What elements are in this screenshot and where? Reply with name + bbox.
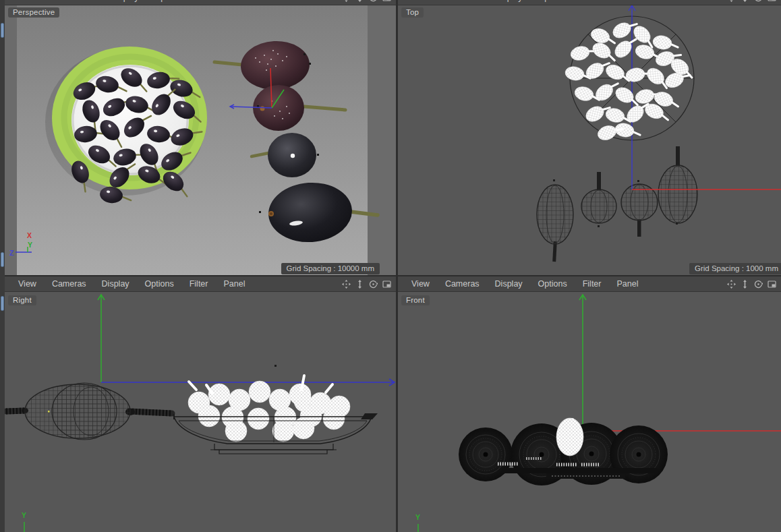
rotate-icon[interactable] [753, 0, 763, 2]
menu-items: ViewCamerasDisplayOptionsFilterPanel [18, 279, 245, 289]
menubar-row: ViewCamerasDisplayOptionsFilterPanel [5, 276, 396, 292]
viewport-label: Perspective [8, 7, 59, 18]
viewport-right[interactable]: Y ViewCamerasDisplayOptionsFilterPanel R… [5, 275, 396, 532]
menu-item-cameras[interactable]: Cameras [445, 0, 480, 2]
grid-spacing-readout: Grid Spacing : 10000 mm [281, 263, 380, 274]
menu-icons [726, 0, 778, 2]
palette-tab[interactable] [1, 23, 4, 38]
grid-spacing-readout: Grid Spacing : 1000 mm [689, 263, 781, 274]
toggle-layout-icon[interactable] [767, 279, 776, 289]
menu-items: ViewCamerasDisplayOptionsFilterPanel [411, 0, 638, 2]
viewport-front[interactable]: Y ViewCamerasDisplayOptionsFilterPanel F… [398, 275, 781, 532]
toggle-layout-icon[interactable] [767, 0, 776, 2]
menu-item-cameras[interactable]: Cameras [52, 279, 86, 289]
menu-item-display[interactable]: Display [111, 0, 139, 2]
viewport-splitter-vertical[interactable] [396, 0, 398, 532]
menu-icons [726, 279, 778, 289]
menu-item-view[interactable]: View [18, 279, 36, 289]
selected-olive-front [556, 418, 583, 456]
axis-y-label: Y [22, 511, 26, 519]
viewport-label: Top [401, 7, 424, 18]
perspective-canvas[interactable]: X Y Z [5, 0, 396, 275]
front-canvas[interactable]: Y [398, 276, 781, 532]
viewport-label: Front [401, 295, 430, 305]
rotate-icon[interactable] [368, 279, 378, 289]
dolly-icon[interactable] [355, 0, 364, 2]
axis-y-label: Y [415, 513, 420, 521]
pan-icon[interactable] [341, 279, 351, 289]
menu-items: ViewCamerasDisplayOptionsFilterPanel [411, 279, 638, 289]
menu-item-cameras[interactable]: Cameras [445, 279, 480, 289]
menu-item-options[interactable]: Options [154, 0, 183, 2]
menu-item-filter[interactable]: Filter [199, 0, 218, 2]
menu-item-panel[interactable]: Panel [616, 0, 638, 2]
menu-item-options[interactable]: Options [145, 279, 174, 289]
menu-item-filter[interactable]: Filter [583, 0, 602, 2]
viewport-top[interactable]: ViewCamerasDisplayOptionsFilterPanel Top… [398, 0, 781, 275]
selected-olive [198, 405, 220, 427]
rotate-icon[interactable] [753, 279, 763, 289]
viewport-menubar: ViewCamerasDisplayOptionsFilterPanel [5, 276, 396, 292]
dolly-icon[interactable] [740, 279, 749, 289]
menu-item-options[interactable]: Options [538, 279, 567, 289]
menu-icons [341, 0, 393, 2]
menu-item-panel[interactable]: Panel [233, 0, 254, 2]
viewport-menubar: ViewCamerasDisplayOptionsFilterPanel [398, 0, 781, 5]
pan-icon[interactable] [341, 0, 351, 2]
menu-item-display[interactable]: Display [102, 279, 129, 289]
front-background [398, 276, 781, 532]
top-background [398, 0, 781, 275]
right-canvas[interactable]: Y [5, 276, 396, 532]
axis-y-label: Y [28, 241, 32, 249]
menu-item-filter[interactable]: Filter [583, 279, 602, 289]
menu-item-view[interactable]: View [28, 0, 46, 2]
drag-grip-icon[interactable] [11, 0, 20, 1]
selected-olive [249, 381, 270, 403]
viewport-perspective[interactable]: X Y Z ViewCamerasDisplayOptionsFilterPan… [5, 0, 396, 275]
quad-viewport-app: X Y Z ViewCamerasDisplayOptionsFilterPan… [0, 0, 781, 532]
axis-z-label: Z [9, 249, 14, 257]
menu-item-options[interactable]: Options [538, 0, 567, 2]
menu-item-panel[interactable]: Panel [223, 279, 245, 289]
menu-icons [341, 279, 393, 289]
menu-item-display[interactable]: Display [495, 279, 523, 289]
left-palette-rail [0, 0, 5, 532]
rotate-icon[interactable] [368, 0, 378, 2]
toggle-layout-icon[interactable] [382, 0, 391, 2]
dolly-icon[interactable] [740, 0, 749, 2]
viewport-label: Right [8, 295, 36, 305]
menu-item-panel[interactable]: Panel [616, 279, 638, 289]
menu-items: ViewCamerasDisplayOptionsFilterPanel [28, 0, 254, 2]
menu-item-view[interactable]: View [411, 0, 430, 2]
toggle-layout-icon[interactable] [382, 279, 391, 289]
menu-item-display[interactable]: Display [495, 0, 523, 2]
axis-x-label: X [27, 231, 32, 239]
selected-olive [225, 420, 247, 442]
palette-tab[interactable] [1, 252, 4, 267]
selected-olive [272, 420, 294, 442]
palette-tab[interactable] [1, 296, 4, 311]
clipped-menubar: ViewCamerasDisplayOptionsFilterPanel [5, 0, 396, 5]
clipped-menubar: ViewCamerasDisplayOptionsFilterPanel [398, 0, 781, 5]
pan-icon[interactable] [726, 0, 736, 2]
selected-olive [248, 408, 269, 430]
menu-item-filter[interactable]: Filter [190, 279, 208, 289]
dolly-icon[interactable] [355, 279, 364, 289]
viewport-menubar: ViewCamerasDisplayOptionsFilterPanel [5, 0, 396, 5]
top-canvas[interactable] [398, 0, 781, 275]
menu-item-cameras[interactable]: Cameras [61, 0, 96, 2]
pan-icon[interactable] [726, 279, 736, 289]
menu-item-view[interactable]: View [411, 279, 430, 289]
viewport-menubar: ViewCamerasDisplayOptionsFilterPanel [398, 276, 781, 292]
selected-olive [323, 408, 345, 430]
menubar-row: ViewCamerasDisplayOptionsFilterPanel [398, 276, 781, 292]
